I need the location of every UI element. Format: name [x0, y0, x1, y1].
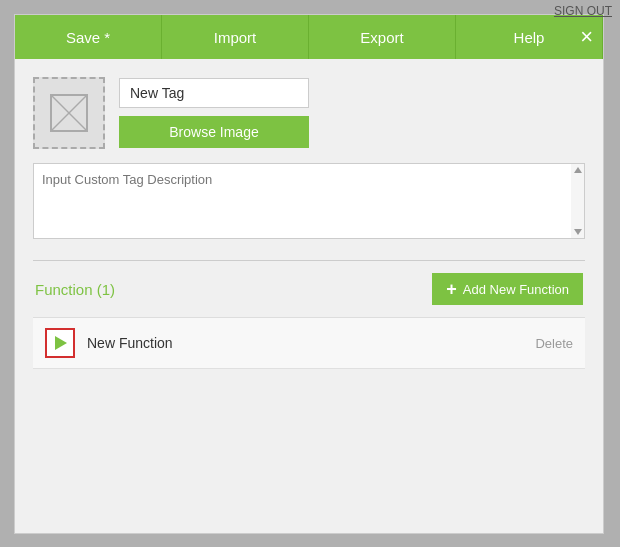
function-list: New Function Delete [33, 317, 585, 369]
function-play-icon[interactable] [45, 328, 75, 358]
toolbar: Save * Import Export Help × [15, 15, 603, 59]
function-header: Function (1) + Add New Function [33, 273, 585, 305]
browse-image-button[interactable]: Browse Image [119, 116, 309, 148]
add-function-label: Add New Function [463, 282, 569, 297]
function-item: New Function Delete [33, 318, 585, 369]
function-name: New Function [87, 335, 523, 351]
description-area [33, 163, 585, 242]
sign-out-link[interactable]: SIGN OUT [554, 4, 612, 18]
import-button[interactable]: Import [162, 15, 309, 59]
image-placeholder-icon [47, 91, 91, 135]
tag-inputs: Browse Image [119, 78, 309, 148]
save-button[interactable]: Save * [15, 15, 162, 59]
scroll-down-arrow [574, 229, 582, 235]
play-triangle-icon [55, 336, 67, 350]
plus-icon: + [446, 280, 457, 298]
delete-function-link[interactable]: Delete [535, 336, 573, 351]
tag-image-placeholder[interactable] [33, 77, 105, 149]
tag-name-input[interactable] [119, 78, 309, 108]
main-panel: Save * Import Export Help × Browse Image [14, 14, 604, 534]
scroll-up-arrow [574, 167, 582, 173]
description-textarea[interactable] [33, 163, 585, 239]
close-button[interactable]: × [580, 26, 593, 48]
scroll-indicator [571, 163, 585, 239]
export-button[interactable]: Export [309, 15, 456, 59]
section-divider [33, 260, 585, 261]
tag-row: Browse Image [33, 77, 585, 149]
function-section-title: Function (1) [35, 281, 115, 298]
add-function-button[interactable]: + Add New Function [432, 273, 583, 305]
content-area: Browse Image Function (1) + Add New Func… [15, 59, 603, 369]
